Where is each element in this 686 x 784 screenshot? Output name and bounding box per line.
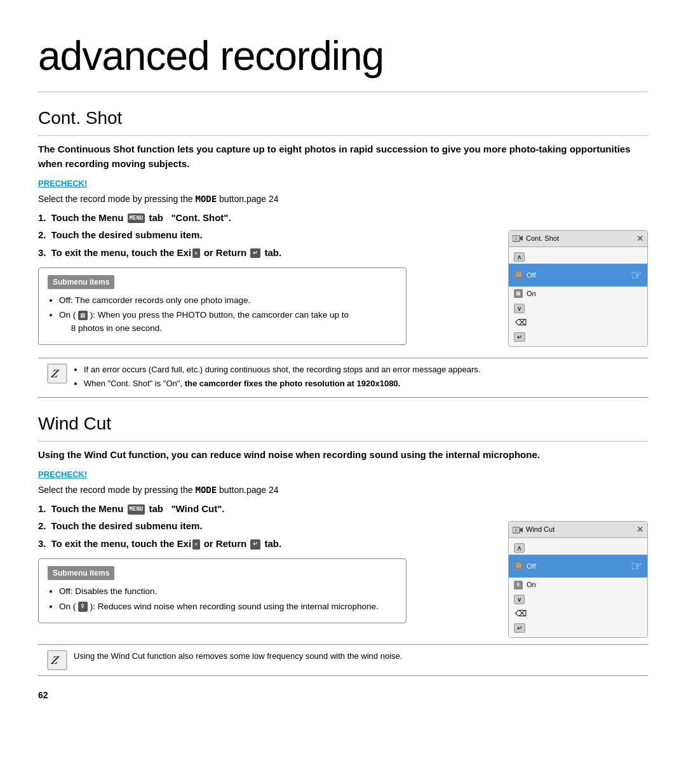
cont-shot-panel-row-on[interactable]: ▦ On <box>509 287 647 301</box>
camera-icon-2 <box>513 526 523 534</box>
wind-cut-panel-close-icon[interactable]: ✕ <box>636 524 643 536</box>
cont-shot-step-2: 2. Touch the desired submenu item. <box>38 228 495 243</box>
cont-shot-step-1: 1. Touch the Menu MENU tab "Cont. Shot". <box>38 211 495 226</box>
cont-shot-note-2: When "Cont. Shot" is "On", the camcorder… <box>84 377 480 390</box>
wind-cut-intro: Using the Wind Cut function, you can red… <box>38 448 648 463</box>
page-title: advanced recording <box>38 25 648 92</box>
wind-cut-note-content: Using the Wind Cut function also removes… <box>74 650 402 663</box>
return-icon-2: ↵ <box>250 539 260 550</box>
exit-icon-2: ✕ <box>192 539 199 550</box>
wind-cut-panel-title: Wind Cut <box>526 524 555 535</box>
cont-shot-panel-body: ∧ ☑ Off ☞ ▦ On ∨ ⌫ ↵ <box>509 247 647 346</box>
svg-marker-6 <box>520 527 523 532</box>
wind-cut-panel-body: ∧ ☑ Off ☞ 🎙 On ∨ ⌫ ↵ <box>509 538 647 637</box>
svg-rect-5 <box>513 527 520 533</box>
wind-cut-step-3: 3. To exit the menu, touch the Exi✕ or R… <box>38 537 495 551</box>
cont-shot-submenu-items: Off: The camcorder records only one phot… <box>48 294 397 335</box>
cont-shot-content-area: 1. Touch the Menu MENU tab "Cont. Shot".… <box>38 211 648 351</box>
cont-shot-left-content: 1. Touch the Menu MENU tab "Cont. Shot".… <box>38 211 495 351</box>
wind-cut-submenu-box: Submenu items Off: Disables the function… <box>38 558 407 623</box>
svg-rect-0 <box>513 236 520 241</box>
camera-icon <box>513 234 523 242</box>
wind-cut-precheck[interactable]: PRECHECK! <box>38 468 87 481</box>
cont-shot-steps: 1. Touch the Menu MENU tab "Cont. Shot".… <box>38 211 495 260</box>
return-icon: ↵ <box>250 248 260 259</box>
menu-icon-2: MENU <box>128 504 145 515</box>
wind-cut-steps: 1. Touch the Menu MENU tab "Wind Cut". 2… <box>38 502 495 551</box>
wind-cut-delete-icon: ⌫ <box>515 607 527 620</box>
panel-down-button[interactable]: ∨ <box>514 304 525 313</box>
cont-shot-note-1: If an error occurs (Card full, etc.) dur… <box>84 363 480 376</box>
cont-shot-submenu-label: Submenu items <box>48 275 114 289</box>
wind-cut-panel-header: Wind Cut ✕ <box>509 522 647 539</box>
wind-cut-step-2: 2. Touch the desired submenu item. <box>38 519 495 534</box>
hand-pointer-icon: ☞ <box>631 266 642 285</box>
cont-shot-submenu-box: Submenu items Off: The camcorder records… <box>38 267 407 345</box>
cont-shot-section: Cont. Shot The Continuous Shot function … <box>38 105 648 398</box>
cont-shot-panel-row-off[interactable]: ☑ Off ☞ <box>509 264 647 287</box>
cont-shot-note-box: 𝒁 If an error occurs (Card full, etc.) d… <box>38 358 648 398</box>
cont-shot-select-mode: Select the record mode by pressing the M… <box>38 193 648 206</box>
cont-shot-submenu-item-off: Off: The camcorder records only one phot… <box>59 294 397 307</box>
cont-shot-intro: The Continuous Shot function lets you ca… <box>38 142 648 171</box>
cont-shot-submenu-item-on: On ( ▦ ): When you press the PHOTO butto… <box>59 309 397 335</box>
cont-shot-panel-header: Cont. Shot ✕ <box>509 231 647 248</box>
off-icon: ☑ <box>514 271 523 280</box>
wind-cut-content-area: 1. Touch the Menu MENU tab "Wind Cut". 2… <box>38 502 648 639</box>
wind-cut-panel-up-button[interactable]: ∧ <box>514 543 525 553</box>
wind-cut-submenu-items: Off: Disables the function. On ( 🎙 ): Re… <box>48 585 397 613</box>
wind-cut-panel-return-button[interactable]: ↵ <box>514 623 525 633</box>
page-number: 62 <box>38 689 648 702</box>
wind-cut-select-mode: Select the record mode by pressing the M… <box>38 483 648 497</box>
panel-return-button[interactable]: ↵ <box>514 332 525 342</box>
cont-shot-step-3: 3. To exit the menu, touch the Exi✕ or R… <box>38 246 495 260</box>
delete-icon: ⌫ <box>515 316 527 329</box>
cont-shot-title: Cont. Shot <box>38 105 648 136</box>
cont-shot-precheck[interactable]: PRECHECK! <box>38 177 87 190</box>
wind-cut-note-box: 𝒁 Using the Wind Cut function also remov… <box>38 644 648 676</box>
wind-cut-panel-row-on[interactable]: 🎙 On <box>509 578 647 592</box>
wind-cut-panel-down-button[interactable]: ∨ <box>514 595 525 604</box>
wind-cut-hand-pointer-icon: ☞ <box>631 557 642 576</box>
wind-cut-note-icon: 𝒁 <box>47 650 67 670</box>
panel-up-button[interactable]: ∧ <box>514 252 525 262</box>
wind-cut-submenu-item-off: Off: Disables the function. <box>59 585 397 598</box>
wind-cut-on-icon: 🎙 <box>514 581 523 590</box>
note-icon: 𝒁 <box>47 363 67 384</box>
wind-cut-title: Wind Cut <box>38 410 648 442</box>
svg-marker-1 <box>520 236 523 241</box>
wind-cut-ui-panel: Wind Cut ✕ ∧ ☑ Off ☞ 🎙 On ∨ <box>508 521 648 639</box>
wind-cut-submenu-item-on: On ( 🎙 ): Reduces wind noise when record… <box>59 600 397 613</box>
on-icon: ▦ <box>514 289 523 298</box>
wind-cut-panel-row-off[interactable]: ☑ Off ☞ <box>509 555 647 578</box>
wind-cut-step-1: 1. Touch the Menu MENU tab "Wind Cut". <box>38 502 495 517</box>
wind-cut-left-content: 1. Touch the Menu MENU tab "Wind Cut". 2… <box>38 502 495 630</box>
cont-shot-note-content: If an error occurs (Card full, etc.) dur… <box>74 363 480 392</box>
exit-icon: ✕ <box>192 248 199 259</box>
cont-shot-ui-panel: Cont. Shot ✕ ∧ ☑ Off ☞ ▦ On ∨ <box>508 230 648 348</box>
wind-cut-submenu-label: Submenu items <box>48 566 114 580</box>
wind-cut-note-1: Using the Wind Cut function also removes… <box>74 651 402 661</box>
wind-cut-off-icon: ☑ <box>514 562 523 571</box>
menu-icon: MENU <box>128 213 145 224</box>
wind-cut-section: Wind Cut Using the Wind Cut function, yo… <box>38 410 648 677</box>
cont-shot-panel-title: Cont. Shot <box>526 233 559 244</box>
panel-close-icon[interactable]: ✕ <box>636 233 643 245</box>
